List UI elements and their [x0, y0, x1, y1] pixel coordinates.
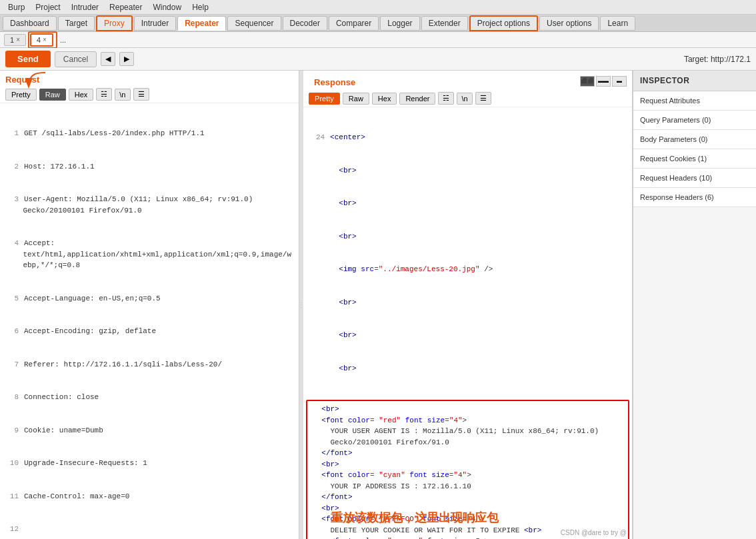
resp-render-btn[interactable]: Render: [399, 93, 435, 105]
menu-intruder[interactable]: Intruder: [66, 1, 104, 13]
inspector-header: INSPECTOR: [633, 71, 756, 91]
inspector-request-headers[interactable]: Request Headers (10): [633, 169, 756, 188]
req-pretty-btn[interactable]: Pretty: [5, 89, 37, 101]
response-header: Response: [309, 73, 361, 89]
target-info: Target: http://172.1: [684, 55, 751, 64]
repeater-tab-4[interactable]: 4 ×: [30, 33, 53, 47]
menu-project[interactable]: Project: [30, 1, 65, 13]
tab-target[interactable]: Target: [58, 16, 95, 31]
response-toolbar: Pretty Raw Hex Render ☵ \n ☰: [303, 90, 632, 107]
response-panel: Response ⬛⬛ ▬▬ ▬ Pretty Raw Hex Render ☵…: [303, 71, 633, 539]
view-toggle: ⬛⬛ ▬▬ ▬: [580, 76, 627, 87]
repeater-tab-4-label: 4: [37, 36, 41, 44]
tab-project-options[interactable]: Project options: [469, 15, 538, 31]
repeater-tab-bar: 1 × 4 × ...: [0, 32, 756, 48]
inspector-request-attributes[interactable]: Request Attributes: [633, 91, 756, 111]
menu-bar: Burp Project Intruder Repeater Window He…: [0, 0, 756, 15]
menu-burp[interactable]: Burp: [3, 1, 30, 13]
tab-logger[interactable]: Logger: [380, 16, 419, 31]
menu-help[interactable]: Help: [187, 1, 214, 13]
main-content: Request Pretty Raw Hex ☵ \n ☰ 1GET /sqli…: [0, 71, 756, 539]
repeater-tab-4-outline: 4 ×: [28, 31, 57, 49]
response-highlight-content: <br> <font color= "red" font size="4"> Y…: [309, 402, 627, 539]
resp-pretty-btn[interactable]: Pretty: [309, 93, 340, 105]
tab-intruder[interactable]: Intruder: [134, 16, 176, 31]
inspector-request-cookies[interactable]: Request Cookies (1): [633, 149, 756, 169]
nav-forward-button[interactable]: ▶: [119, 52, 134, 66]
menu-repeater[interactable]: Repeater: [104, 1, 147, 13]
tab-dashboard[interactable]: Dashboard: [3, 16, 57, 31]
inspector-panel: INSPECTOR Request Attributes Query Param…: [633, 71, 756, 539]
tab-user-options[interactable]: User options: [539, 16, 599, 31]
inspector-query-params[interactable]: Query Parameters (0): [633, 111, 756, 130]
cancel-button[interactable]: Cancel: [55, 51, 97, 67]
watermark: CSDN @dare to try @: [561, 529, 627, 536]
nav-back-button[interactable]: ◀: [101, 52, 115, 66]
toolbar: Send Cancel ◀ ▶ Target: http://172.1: [0, 48, 756, 71]
main-tab-bar: Dashboard Target Proxy Intruder Repeater…: [0, 15, 756, 32]
menu-window[interactable]: Window: [147, 1, 187, 13]
request-header: Request: [0, 71, 299, 86]
tab-comparer[interactable]: Comparer: [329, 16, 379, 31]
resp-raw-btn[interactable]: Raw: [343, 93, 369, 105]
req-raw-btn[interactable]: Raw: [39, 89, 66, 101]
resp-newline-btn[interactable]: \n: [457, 93, 472, 105]
inspector-response-headers[interactable]: Response Headers (6): [633, 188, 756, 207]
repeater-tab-more[interactable]: ...: [57, 35, 69, 45]
repeater-tab-1[interactable]: 1 ×: [4, 34, 26, 46]
view-single-btn[interactable]: ▬: [612, 76, 627, 87]
request-panel: Request Pretty Raw Hex ☵ \n ☰ 1GET /sqli…: [0, 71, 299, 539]
inspector-body-params[interactable]: Body Parameters (0): [633, 130, 756, 149]
request-body[interactable]: 1GET /sqli-labs/Less-20/index.php HTTP/1…: [0, 103, 299, 539]
resp-hex-btn[interactable]: Hex: [372, 93, 397, 105]
repeater-tab-1-label: 1: [10, 36, 14, 44]
req-menu-btn[interactable]: ☰: [133, 88, 149, 101]
tab-repeater[interactable]: Repeater: [177, 16, 226, 31]
tab-extender[interactable]: Extender: [421, 16, 468, 31]
tab-sequencer[interactable]: Sequencer: [227, 16, 281, 31]
view-horizontal-btn[interactable]: ▬▬: [596, 76, 611, 87]
req-hex-btn[interactable]: Hex: [69, 89, 94, 101]
send-button[interactable]: Send: [5, 51, 51, 67]
resp-menu-btn[interactable]: ☰: [475, 92, 491, 105]
resp-special-btn[interactable]: ☵: [438, 92, 454, 105]
request-toolbar: Pretty Raw Hex ☵ \n ☰: [0, 86, 299, 103]
response-body[interactable]: 24<center> <br> <br> <br> <img src="../i…: [303, 107, 632, 539]
response-highlight-box: <br> <font color= "red" font size="4"> Y…: [306, 400, 629, 539]
tab-decoder[interactable]: Decoder: [283, 16, 327, 31]
repeater-tab-1-close[interactable]: ×: [16, 36, 20, 43]
req-special-btn[interactable]: ☵: [96, 88, 112, 101]
response-content: 24<center> <br> <br> <br> <img src="../i…: [303, 107, 632, 398]
tab-proxy[interactable]: Proxy: [96, 15, 133, 31]
tab-learn[interactable]: Learn: [600, 16, 635, 31]
repeater-tab-4-close[interactable]: ×: [43, 36, 47, 43]
req-newline-btn[interactable]: \n: [115, 89, 130, 101]
view-split-btn[interactable]: ⬛⬛: [580, 76, 595, 87]
